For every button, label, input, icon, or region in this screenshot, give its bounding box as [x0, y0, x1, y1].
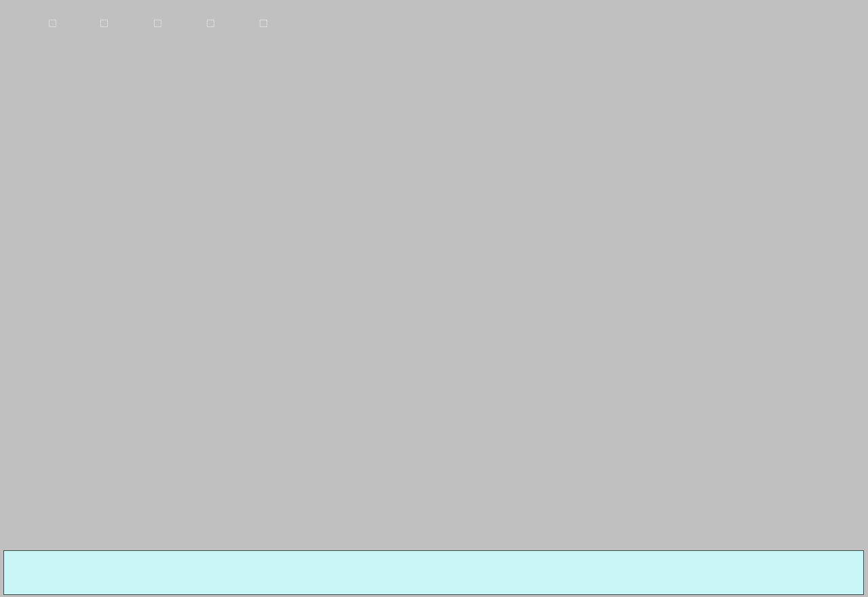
weather-app-window — [0, 0, 868, 597]
stats-table — [3, 550, 864, 595]
weather-day-chart — [0, 0, 868, 550]
